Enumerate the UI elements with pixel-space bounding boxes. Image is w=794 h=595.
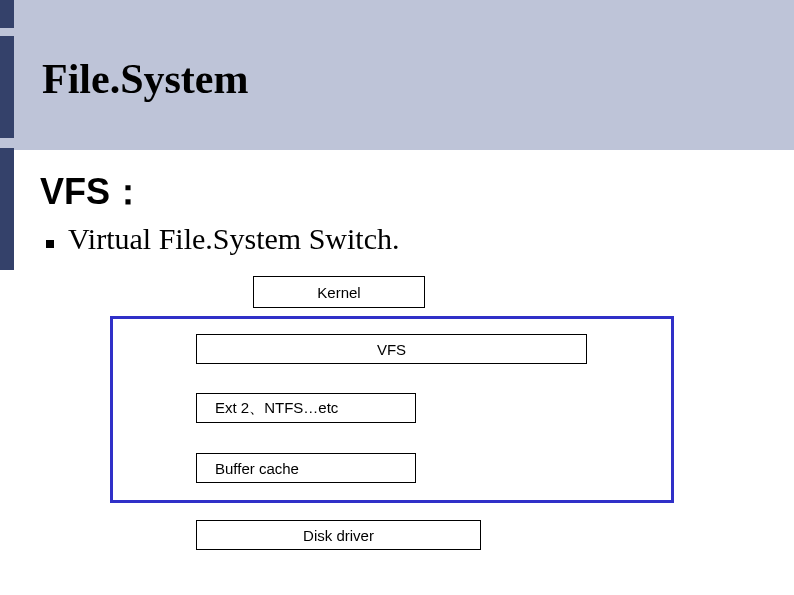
kernel-box: Kernel [253,276,425,308]
side-gap-1 [0,28,14,36]
side-gap-2 [0,138,14,148]
bullet-icon [46,240,54,248]
disk-driver-label: Disk driver [303,527,374,544]
vfs-box: VFS [196,334,587,364]
filesystems-label: Ext 2、NTFS…etc [215,399,338,418]
page-title: File.System [42,55,248,103]
vfs-label: VFS [377,341,406,358]
side-stripe-lower [0,150,14,270]
bullet-text: Virtual File.System Switch. [68,222,400,256]
buffer-cache-box: Buffer cache [196,453,416,483]
buffer-cache-label: Buffer cache [215,460,299,477]
section-heading: VFS： [40,168,146,217]
filesystems-box: Ext 2、NTFS…etc [196,393,416,423]
disk-driver-box: Disk driver [196,520,481,550]
kernel-label: Kernel [317,284,360,301]
